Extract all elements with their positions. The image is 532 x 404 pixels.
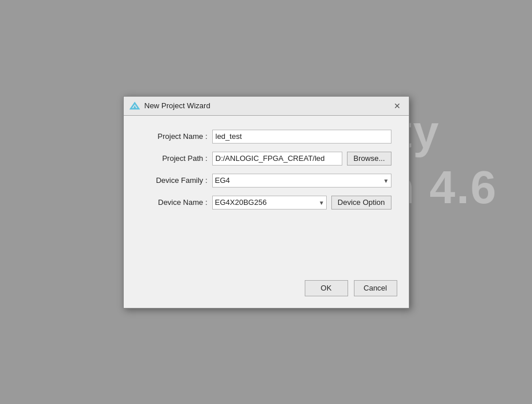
device-family-row: Device Family : EG4 ▼ — [141, 174, 391, 188]
project-path-input[interactable] — [212, 152, 343, 166]
project-path-row: Project Path : Browse... — [141, 152, 391, 166]
device-option-button[interactable]: Device Option — [331, 196, 391, 210]
device-name-row: Device Name : EG4X20BG256 ▼ Device Optio… — [141, 196, 391, 210]
dialog-footer: OK Cancel — [124, 273, 409, 308]
project-name-input[interactable] — [212, 130, 391, 144]
dialog-title-icon — [130, 101, 140, 111]
project-path-label: Project Path : — [141, 154, 208, 163]
device-name-select-wrapper: EG4X20BG256 ▼ — [212, 196, 327, 210]
browse-button[interactable]: Browse... — [347, 152, 391, 166]
project-name-label: Project Name : — [141, 132, 208, 141]
device-name-label: Device Name : — [141, 198, 208, 207]
close-button[interactable]: ✕ — [391, 100, 403, 112]
dialog-title: New Project Wizard — [145, 101, 387, 110]
device-family-label: Device Family : — [141, 176, 208, 185]
dialog-body: Project Name : Project Path : Browse... … — [124, 116, 409, 273]
new-project-wizard-dialog: New Project Wizard ✕ Project Name : Proj… — [123, 96, 409, 308]
spacer — [141, 218, 391, 264]
cancel-button[interactable]: Cancel — [354, 280, 397, 296]
project-name-row: Project Name : — [141, 130, 391, 144]
device-family-select[interactable]: EG4 — [212, 174, 391, 188]
device-family-select-wrapper: EG4 ▼ — [212, 174, 391, 188]
device-name-select[interactable]: EG4X20BG256 — [212, 196, 327, 210]
ok-button[interactable]: OK — [305, 280, 348, 296]
dialog-titlebar: New Project Wizard ✕ — [124, 97, 409, 116]
dialog-overlay: New Project Wizard ✕ Project Name : Proj… — [0, 0, 532, 404]
